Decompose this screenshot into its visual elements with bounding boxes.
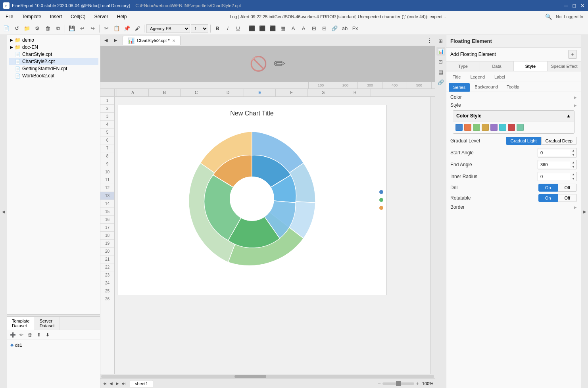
align-left-btn[interactable]: ⬛	[247, 24, 257, 33]
minimize-btn[interactable]: ─	[564, 3, 568, 9]
refresh-btn[interactable]: ↺	[12, 24, 21, 33]
chart-float[interactable]: New Chart Title	[117, 105, 387, 295]
start-angle-input[interactable]: 0 ▲ ▼	[538, 148, 577, 158]
inner-radius-up[interactable]: ▲	[570, 172, 576, 177]
start-angle-up[interactable]: ▲	[570, 148, 576, 153]
sheet-tab-1[interactable]: sheet1	[130, 380, 153, 387]
tree-item-demo[interactable]: ▶ 📁 demo	[9, 36, 98, 44]
edit-dataset-btn[interactable]: ✏	[17, 331, 25, 339]
menu-server[interactable]: Server	[90, 13, 112, 21]
sub-tab-legend[interactable]: Legend	[466, 73, 489, 81]
series-tab-background[interactable]: Background	[471, 83, 502, 92]
delete-btn[interactable]: 🗑	[43, 24, 52, 33]
align-right-btn[interactable]: ⬛	[268, 24, 277, 33]
v-scroll[interactable]	[430, 97, 435, 374]
add-dataset-btn[interactable]: ➕	[9, 331, 17, 339]
drill-on-btn[interactable]: On	[538, 184, 558, 192]
tree-item-doc-en[interactable]: ▶ 📁 doc-EN	[9, 44, 98, 51]
drill-off-btn[interactable]: Off	[558, 184, 577, 192]
server-dataset-tab[interactable]: ServerDataset	[35, 317, 60, 330]
series-tab-tooltip[interactable]: Tooltip	[503, 83, 523, 92]
redo-btn[interactable]: ↪	[88, 24, 97, 33]
font-color-btn[interactable]: A	[299, 24, 308, 33]
underline-btn[interactable]: U	[233, 24, 243, 33]
gradual-light-btn[interactable]: Gradual Light	[506, 137, 541, 145]
gradual-deep-btn[interactable]: Gradual Deep	[541, 137, 577, 145]
tool-link[interactable]: 🔗	[436, 78, 445, 86]
sheet-nav-last[interactable]: ⏭	[121, 381, 127, 386]
sheet-nav-next[interactable]: ▶	[115, 381, 120, 386]
login-status[interactable]: Not Logged In	[556, 14, 583, 19]
border-expand-icon[interactable]: ▶	[574, 205, 577, 209]
copy2-btn[interactable]: ⧉	[53, 24, 63, 33]
paste-btn[interactable]: 📌	[122, 24, 132, 33]
dataset-item-ds1[interactable]: ◆ ds1	[9, 342, 98, 348]
delete-dataset-btn[interactable]: 🗑	[26, 331, 34, 339]
end-angle-up[interactable]: ▲	[570, 160, 576, 165]
inner-radius-input[interactable]: 0 ▲ ▼	[538, 172, 577, 181]
menu-template[interactable]: Template	[18, 13, 45, 21]
menu-file[interactable]: File	[2, 13, 17, 21]
inner-radius-down[interactable]: ▼	[570, 177, 576, 181]
cut-btn[interactable]: ✂	[102, 24, 111, 33]
tree-item-chartstyle2[interactable]: 📄 ChartStyle2.cpt	[9, 58, 98, 65]
copy-btn[interactable]: 📋	[112, 24, 121, 33]
align-center-btn[interactable]: ⬛	[257, 24, 267, 33]
tab-data[interactable]: Data	[480, 61, 514, 71]
tab-nav-left[interactable]: ◀	[102, 36, 110, 44]
swatch-7[interactable]	[517, 124, 524, 131]
export-dataset-btn[interactable]: ⬆	[35, 331, 43, 339]
menu-help[interactable]: Help	[113, 13, 131, 21]
end-angle-field[interactable]: 360	[538, 161, 570, 168]
settings-btn[interactable]: ⚙	[33, 24, 42, 33]
import-dataset-btn[interactable]: ⬇	[44, 331, 52, 339]
format-painter-btn[interactable]: 🖌	[133, 24, 142, 33]
series-tab-series[interactable]: Series	[449, 83, 470, 92]
tree-item-getting-started[interactable]: 📄 GettingStartedEN.cpt	[9, 65, 98, 72]
tree-item-chartstyle[interactable]: 📄 ChartStyle.cpt	[9, 51, 98, 58]
maximize-btn[interactable]: □	[573, 3, 576, 9]
inner-radius-field[interactable]: 0	[538, 173, 570, 180]
swatch-5[interactable]	[499, 124, 506, 131]
tab-type[interactable]: Type	[446, 61, 480, 71]
highlight-btn[interactable]: A	[288, 24, 298, 33]
tab-special-effect[interactable]: Special Effect	[548, 61, 581, 71]
swatch-6[interactable]	[508, 124, 515, 131]
color-expand-icon[interactable]: ▶	[574, 95, 577, 100]
sub-tab-label[interactable]: Label	[490, 73, 509, 81]
folder-btn[interactable]: 📁	[22, 24, 32, 33]
color-style-expand-icon[interactable]: ▲	[566, 113, 571, 119]
tool-layout[interactable]: ▤	[436, 67, 445, 76]
tab-close-btn[interactable]: ✕	[172, 38, 175, 43]
right-collapse-btn[interactable]: ▶	[581, 35, 588, 388]
swatch-1[interactable]	[464, 124, 471, 131]
tab-action-btn[interactable]: ⋮	[425, 36, 433, 44]
table-btn[interactable]: ▦	[278, 24, 288, 33]
save-btn[interactable]: 💾	[67, 24, 77, 33]
scroll-thumb[interactable]	[234, 375, 266, 378]
merge-btn[interactable]: ⊟	[319, 24, 329, 33]
tab-style[interactable]: Style	[514, 61, 548, 71]
swatch-2[interactable]	[473, 124, 480, 131]
search-icon[interactable]: 🔍	[545, 13, 552, 20]
end-angle-down[interactable]: ▼	[570, 165, 576, 169]
zoom-minus-btn[interactable]: −	[377, 380, 380, 387]
tool-pointer[interactable]: ⊞	[436, 36, 445, 45]
menu-cell[interactable]: Cell(C)	[67, 13, 89, 21]
border-btn[interactable]: ⊞	[309, 24, 319, 33]
start-angle-down[interactable]: ▼	[570, 153, 576, 157]
sidebar-collapse-btn[interactable]: ◀	[0, 35, 7, 388]
rotatable-off-btn[interactable]: Off	[558, 194, 577, 202]
swatch-0[interactable]	[455, 124, 463, 131]
new-btn[interactable]: 📄	[2, 24, 11, 33]
font-size-select[interactable]: 1	[191, 24, 208, 33]
sub-tab-title[interactable]: Title	[449, 73, 465, 81]
bold-btn[interactable]: B	[213, 24, 222, 33]
style-expand-icon[interactable]: ▶	[574, 103, 577, 108]
h-scroll[interactable]	[100, 374, 435, 378]
swatch-3[interactable]	[482, 124, 489, 131]
end-angle-input[interactable]: 360 ▲ ▼	[538, 160, 577, 169]
menu-insert[interactable]: Insert	[46, 13, 66, 21]
note-btn[interactable]: ab	[340, 24, 350, 33]
tool-chart[interactable]: 📊	[436, 47, 445, 56]
